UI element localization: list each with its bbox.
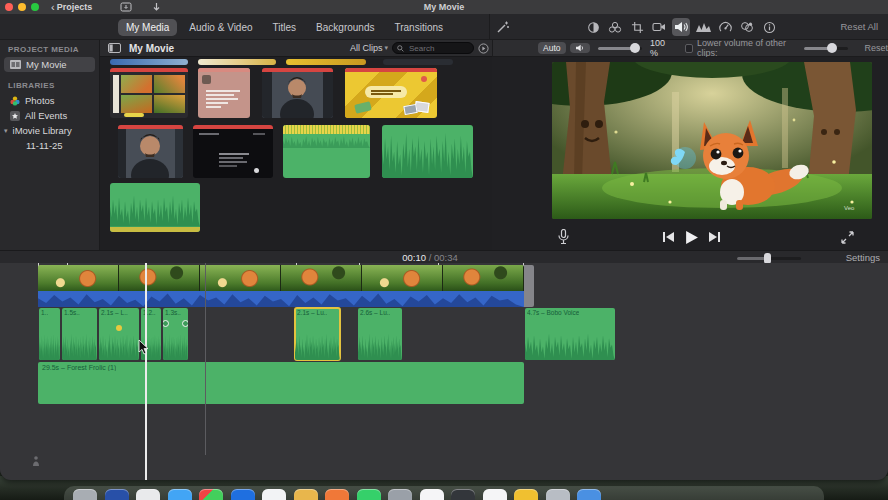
color-correction-icon[interactable]: [606, 18, 624, 36]
timeline-zoom-slider[interactable]: [737, 257, 801, 260]
media-thumbnail-presenter-2[interactable]: [118, 125, 183, 178]
filmstrip-frame: [362, 265, 443, 291]
next-frame-button[interactable]: [708, 231, 721, 243]
speed-icon[interactable]: [716, 18, 734, 36]
fade-handle[interactable]: [163, 320, 169, 327]
search-field[interactable]: [392, 42, 474, 54]
sidebar-toggle-icon[interactable]: [108, 43, 121, 53]
media-thumbnail-audio-clip[interactable]: [382, 125, 473, 178]
crop-icon[interactable]: [628, 18, 646, 36]
audio-clip-selected[interactable]: 2.1s – Lu..: [295, 308, 340, 360]
adjustment-icon-bar: [584, 17, 778, 37]
media-thumbnail-audio-clip[interactable]: [283, 125, 370, 178]
dock-icon[interactable]: [168, 489, 192, 500]
time-display: 00:10 / 00:34: [380, 252, 480, 263]
filmstrip-frame: [119, 265, 200, 291]
tab-my-media[interactable]: My Media: [118, 19, 177, 36]
video-clip-filmstrip[interactable]: [38, 265, 524, 291]
dock-icon[interactable]: [420, 489, 444, 500]
timeline-settings-button[interactable]: Settings: [846, 252, 880, 263]
color-balance-icon[interactable]: [584, 18, 602, 36]
dock-icon[interactable]: [577, 489, 601, 500]
chevron-down-icon: ▾: [384, 44, 388, 52]
volume-slider[interactable]: [598, 47, 643, 50]
audio-clip[interactable]: 4.7s – Bobo Voice: [525, 308, 615, 360]
sidebar-item-imovie-library[interactable]: ▾ iMovie Library: [4, 123, 95, 138]
media-thumbnail-notes-document[interactable]: [198, 68, 250, 118]
reset-all-button[interactable]: Reset All: [841, 21, 879, 32]
clip-info-icon[interactable]: [760, 18, 778, 36]
libraries-header: LIBRARIES: [8, 81, 55, 90]
dock-icon[interactable]: [514, 489, 538, 500]
microphone-icon[interactable]: [558, 229, 569, 245]
all-events-icon: [10, 111, 20, 121]
video-audio-waveform[interactable]: [38, 291, 524, 307]
media-thumbnail-partial[interactable]: [286, 59, 366, 65]
tab-audio-video[interactable]: Audio & Video: [181, 19, 260, 36]
autoplay-circle-icon[interactable]: [478, 43, 489, 54]
filmstrip-frame: [443, 265, 524, 291]
sidebar-item-photos[interactable]: Photos: [4, 93, 95, 108]
dock-icon[interactable]: [294, 489, 318, 500]
audio-clip[interactable]: 2.1s – L..: [99, 308, 139, 360]
dock-icon[interactable]: [325, 489, 349, 500]
audio-clip[interactable]: 1.3s..: [163, 308, 188, 360]
dock-icon[interactable]: [231, 489, 255, 500]
audio-clip[interactable]: 1.5s..: [62, 308, 97, 360]
audio-clip[interactable]: 1..: [39, 308, 60, 360]
media-thumbnail-screen-recording[interactable]: [110, 68, 188, 118]
dock-icon[interactable]: [136, 489, 160, 500]
music-clip[interactable]: 29.5s – Forest Frolic (1): [38, 362, 524, 404]
magic-wand-icon[interactable]: [494, 18, 512, 36]
dock-icon[interactable]: [483, 489, 507, 500]
play-button[interactable]: [684, 230, 699, 245]
dock-icon[interactable]: [199, 489, 223, 500]
mute-button[interactable]: [570, 43, 590, 53]
media-thumbnail-yellow-promo[interactable]: [345, 68, 437, 118]
stabilization-icon[interactable]: [650, 18, 668, 36]
media-thumbnail-audio-clip[interactable]: [110, 183, 200, 232]
media-thumbnail-partial[interactable]: [110, 59, 188, 65]
dock-icon[interactable]: [357, 489, 381, 500]
fade-handle[interactable]: [182, 320, 188, 327]
time-divider: /: [429, 252, 432, 263]
reset-volume-button[interactable]: Reset: [864, 43, 888, 53]
auto-volume-button[interactable]: Auto: [538, 42, 566, 54]
clip-filter-icon[interactable]: [738, 18, 756, 36]
sidebar-item-my-movie[interactable]: My Movie: [4, 57, 95, 72]
dock-icon[interactable]: [546, 489, 570, 500]
media-thumbnail-presenter[interactable]: [262, 68, 333, 118]
lower-volume-checkbox[interactable]: [685, 44, 693, 53]
dock-icon[interactable]: [262, 489, 286, 500]
time-total: 00:34: [434, 252, 458, 263]
all-clips-label: All Clips: [350, 43, 383, 53]
media-thumbnail-partial[interactable]: [383, 59, 453, 65]
dock-icon[interactable]: [73, 489, 97, 500]
tab-transitions[interactable]: Transitions: [386, 19, 451, 36]
volume-icon[interactable]: [672, 18, 690, 36]
skimmer-line: [205, 263, 206, 455]
playhead[interactable]: [145, 263, 147, 480]
sidebar: PROJECT MEDIA My Movie LIBRARIES Photos …: [0, 40, 100, 253]
audio-clip[interactable]: 2.6s – Lu..: [358, 308, 402, 360]
sidebar-item-library-date[interactable]: 11-11-25: [4, 138, 95, 153]
dock[interactable]: [64, 486, 824, 500]
dock-icon[interactable]: [105, 489, 129, 500]
tab-backgrounds[interactable]: Backgrounds: [308, 19, 382, 36]
all-clips-dropdown[interactable]: All Clips ▾: [350, 43, 388, 53]
noise-reduction-icon[interactable]: [694, 18, 712, 36]
tab-titles[interactable]: Titles: [265, 19, 305, 36]
media-thumbnail-partial[interactable]: [198, 59, 276, 65]
titlebar: My Movie ‹ Projects: [0, 0, 888, 14]
filmstrip-frame: [281, 265, 362, 291]
fullscreen-icon[interactable]: [841, 231, 854, 244]
media-thumbnail-terminal[interactable]: [193, 125, 273, 178]
search-input[interactable]: [407, 43, 467, 54]
dock-icon[interactable]: [388, 489, 412, 500]
previous-frame-button[interactable]: [662, 231, 675, 243]
timeline: 1.. 1.5s.. 2.1s – L.. 1.2.. 1.3s.. 2.1s …: [0, 263, 888, 480]
lower-volume-slider[interactable]: [804, 47, 849, 50]
project-media-header: PROJECT MEDIA: [8, 45, 79, 54]
sidebar-item-all-events[interactable]: All Events: [4, 108, 95, 123]
dock-icon[interactable]: [451, 489, 475, 500]
